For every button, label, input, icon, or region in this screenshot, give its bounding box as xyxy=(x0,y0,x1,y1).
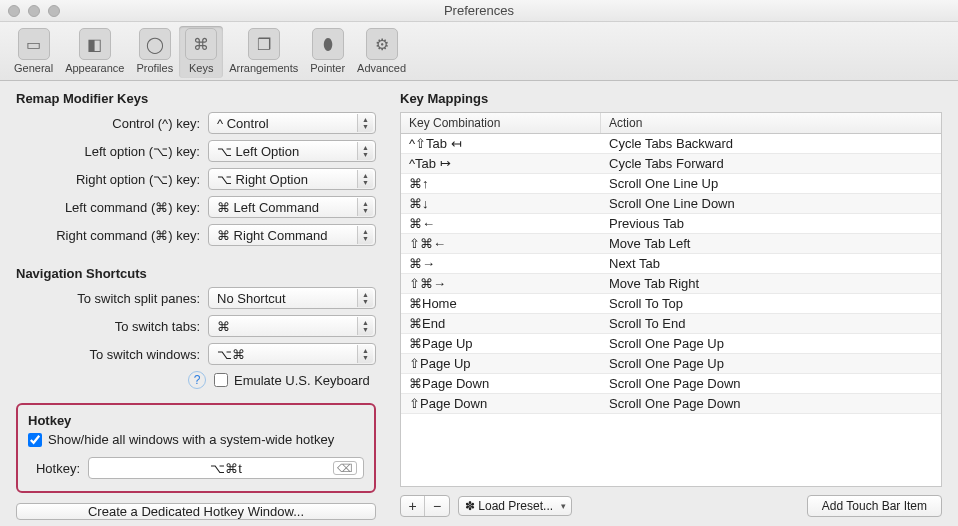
mapping-row[interactable]: ⌘↑Scroll One Line Up xyxy=(401,174,941,194)
stepper-icon: ▲▼ xyxy=(357,170,373,188)
mapping-combo: ⌘← xyxy=(401,214,601,233)
remap-label-4: Right command (⌘) key: xyxy=(16,228,208,243)
help-icon[interactable]: ? xyxy=(188,371,206,389)
mapping-combo: ⌘→ xyxy=(401,254,601,273)
add-remove-segment: + − xyxy=(400,495,450,517)
mapping-combo: ^⇧Tab ↤ xyxy=(401,134,601,153)
mapping-combo: ⇧Page Up xyxy=(401,354,601,373)
stepper-icon: ▲▼ xyxy=(357,114,373,132)
mapping-row[interactable]: ⇧Page UpScroll One Page Up xyxy=(401,354,941,374)
toolbar-keys[interactable]: ⌘Keys xyxy=(179,26,223,78)
hotkey-value: ⌥⌘t xyxy=(210,461,242,476)
mapping-combo: ⌘Home xyxy=(401,294,601,313)
advanced-icon: ⚙ xyxy=(366,28,398,60)
nav-label-1: To switch tabs: xyxy=(16,319,208,334)
mapping-row[interactable]: ⌘←Previous Tab xyxy=(401,214,941,234)
stepper-icon: ▲▼ xyxy=(357,198,373,216)
nav-select-2[interactable]: ⌥⌘▲▼ xyxy=(208,343,376,365)
mapping-action: Previous Tab xyxy=(601,214,941,233)
mapping-row[interactable]: ^⇧Tab ↤Cycle Tabs Backward xyxy=(401,134,941,154)
mapping-combo: ⇧⌘← xyxy=(401,234,601,253)
hotkey-checkbox[interactable] xyxy=(28,433,42,447)
remap-select-3[interactable]: ⌘ Left Command▲▼ xyxy=(208,196,376,218)
col-action[interactable]: Action xyxy=(601,113,941,133)
general-icon: ▭ xyxy=(18,28,50,60)
mapping-action: Scroll One Line Up xyxy=(601,174,941,193)
mapping-row[interactable]: ⌘HomeScroll To Top xyxy=(401,294,941,314)
nav-title: Navigation Shortcuts xyxy=(16,266,376,281)
stepper-icon: ▲▼ xyxy=(357,142,373,160)
stepper-icon: ▲▼ xyxy=(357,289,373,307)
mapping-row[interactable]: ⌘→Next Tab xyxy=(401,254,941,274)
nav-select-0[interactable]: No Shortcut▲▼ xyxy=(208,287,376,309)
nav-select-1[interactable]: ⌘▲▼ xyxy=(208,315,376,337)
load-preset-dropdown[interactable]: ✽ Load Preset... xyxy=(458,496,572,516)
keys-icon: ⌘ xyxy=(185,28,217,60)
hotkey-title: Hotkey xyxy=(28,413,364,428)
nav-label-0: To switch split panes: xyxy=(16,291,208,306)
remap-label-3: Left command (⌘) key: xyxy=(16,200,208,215)
toolbar-appearance[interactable]: ◧Appearance xyxy=(59,26,130,78)
toolbar-advanced[interactable]: ⚙Advanced xyxy=(351,26,412,78)
titlebar: Preferences xyxy=(0,0,958,22)
toolbar-arrangements[interactable]: ❐Arrangements xyxy=(223,26,304,78)
mapping-row[interactable]: ⇧⌘→Move Tab Right xyxy=(401,274,941,294)
mapping-row[interactable]: ⌘Page UpScroll One Page Up xyxy=(401,334,941,354)
mapping-combo: ⇧Page Down xyxy=(401,394,601,413)
mapping-action: Scroll One Page Down xyxy=(601,394,941,413)
add-touch-bar-item-button[interactable]: Add Touch Bar Item xyxy=(807,495,942,517)
mapping-combo: ⌘↓ xyxy=(401,194,601,213)
mapping-action: Next Tab xyxy=(601,254,941,273)
remap-select-0[interactable]: ^ Control▲▼ xyxy=(208,112,376,134)
hotkey-section: Hotkey Show/hide all windows with a syst… xyxy=(16,403,376,493)
mapping-combo: ⌘↑ xyxy=(401,174,601,193)
mapping-combo: ⌘Page Down xyxy=(401,374,601,393)
remap-select-4[interactable]: ⌘ Right Command▲▼ xyxy=(208,224,376,246)
mapping-action: Scroll To Top xyxy=(601,294,941,313)
mapping-action: Cycle Tabs Forward xyxy=(601,154,941,173)
appearance-icon: ◧ xyxy=(79,28,111,60)
mapping-action: Move Tab Right xyxy=(601,274,941,293)
mapping-action: Move Tab Left xyxy=(601,234,941,253)
mapping-row[interactable]: ⌘↓Scroll One Line Down xyxy=(401,194,941,214)
remap-label-1: Left option (⌥) key: xyxy=(16,144,208,159)
remap-label-2: Right option (⌥) key: xyxy=(16,172,208,187)
mapping-row[interactable]: ⌘Page DownScroll One Page Down xyxy=(401,374,941,394)
mapping-row[interactable]: ⌘EndScroll To End xyxy=(401,314,941,334)
emulate-checkbox[interactable] xyxy=(214,373,228,387)
hotkey-field-label: Hotkey: xyxy=(28,461,88,476)
emulate-label: Emulate U.S. Keyboard xyxy=(234,373,370,388)
remap-title: Remap Modifier Keys xyxy=(16,91,376,106)
mapping-action: Scroll One Page Down xyxy=(601,374,941,393)
toolbar-general[interactable]: ▭General xyxy=(8,26,59,78)
arrangements-icon: ❐ xyxy=(248,28,280,60)
create-dedicated-hotkey-button[interactable]: Create a Dedicated Hotkey Window... xyxy=(16,503,376,520)
remap-label-0: Control (^) key: xyxy=(16,116,208,131)
stepper-icon: ▲▼ xyxy=(357,345,373,363)
col-key-combination[interactable]: Key Combination xyxy=(401,113,601,133)
profiles-icon: ◯ xyxy=(139,28,171,60)
nav-label-2: To switch windows: xyxy=(16,347,208,362)
clear-icon[interactable]: ⌫ xyxy=(333,461,357,475)
preferences-toolbar: ▭General◧Appearance◯Profiles⌘Keys❐Arrang… xyxy=(0,22,958,81)
hotkey-input[interactable]: ⌥⌘t ⌫ xyxy=(88,457,364,479)
pointer-icon: ⬮ xyxy=(312,28,344,60)
mapping-row[interactable]: ^Tab ↦Cycle Tabs Forward xyxy=(401,154,941,174)
mapping-combo: ⌘End xyxy=(401,314,601,333)
remap-select-2[interactable]: ⌥ Right Option▲▼ xyxy=(208,168,376,190)
remove-mapping-button[interactable]: − xyxy=(425,496,449,516)
add-mapping-button[interactable]: + xyxy=(401,496,425,516)
mapping-action: Cycle Tabs Backward xyxy=(601,134,941,153)
mapping-combo: ⌘Page Up xyxy=(401,334,601,353)
mappings-title: Key Mappings xyxy=(400,91,942,106)
mapping-row[interactable]: ⇧⌘←Move Tab Left xyxy=(401,234,941,254)
remap-select-1[interactable]: ⌥ Left Option▲▼ xyxy=(208,140,376,162)
key-mappings-table: Key Combination Action ^⇧Tab ↤Cycle Tabs… xyxy=(400,112,942,487)
toolbar-profiles[interactable]: ◯Profiles xyxy=(130,26,179,78)
toolbar-pointer[interactable]: ⬮Pointer xyxy=(304,26,351,78)
hotkey-checkbox-label: Show/hide all windows with a system-wide… xyxy=(48,432,334,447)
window-title: Preferences xyxy=(0,3,958,18)
mapping-action: Scroll To End xyxy=(601,314,941,333)
mapping-action: Scroll One Line Down xyxy=(601,194,941,213)
mapping-row[interactable]: ⇧Page DownScroll One Page Down xyxy=(401,394,941,414)
